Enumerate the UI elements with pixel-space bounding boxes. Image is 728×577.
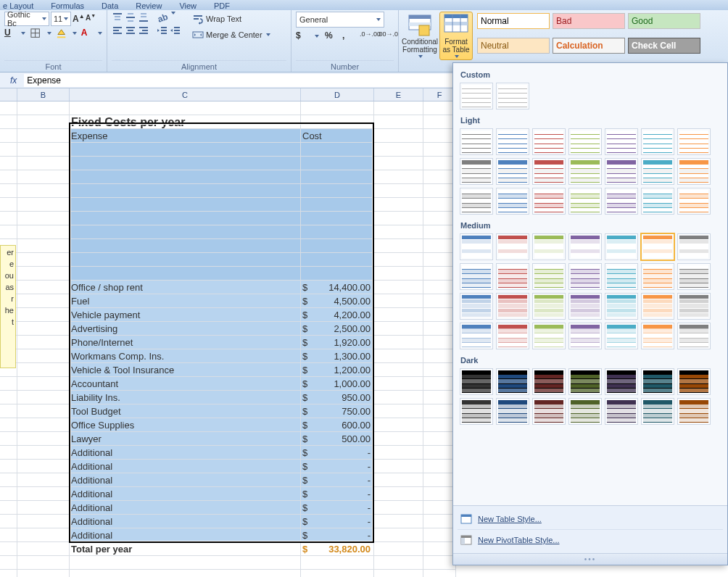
cell-style-normal[interactable]: Normal xyxy=(477,13,550,29)
expense-cell[interactable]: Fuel xyxy=(70,294,301,308)
table-style-swatch[interactable] xyxy=(497,264,529,289)
table-style-swatch[interactable] xyxy=(460,83,492,109)
expense-cell[interactable]: Vehicle payment xyxy=(70,308,301,322)
table-style-swatch[interactable] xyxy=(533,264,565,289)
decrease-indent-icon[interactable] xyxy=(157,25,168,36)
table-style-swatch[interactable] xyxy=(497,188,529,214)
cell-style-bad[interactable]: Bad xyxy=(553,13,625,29)
table-cell[interactable] xyxy=(301,184,374,198)
decrease-decimal-icon[interactable]: .00→.0 xyxy=(377,30,389,42)
table-style-swatch[interactable] xyxy=(533,129,565,154)
cost-cell[interactable]: $1,000.00 xyxy=(301,377,374,391)
table-style-swatch[interactable] xyxy=(678,294,710,319)
table-cell[interactable] xyxy=(301,170,374,184)
table-style-swatch[interactable] xyxy=(497,234,529,260)
align-right-icon[interactable] xyxy=(138,25,149,36)
table-style-swatch[interactable] xyxy=(533,159,565,184)
expense-cell[interactable]: Additional xyxy=(70,473,301,487)
table-cell[interactable] xyxy=(70,170,301,184)
table-style-swatch[interactable] xyxy=(533,399,565,424)
expense-cell[interactable]: Liability Ins. xyxy=(70,391,301,404)
underline-icon[interactable]: U xyxy=(4,28,15,39)
tab-layout[interactable]: e Layout xyxy=(3,1,33,10)
table-style-swatch[interactable] xyxy=(569,369,601,394)
cost-cell[interactable]: $1,200.00 xyxy=(301,363,374,377)
number-format-combo[interactable]: General xyxy=(296,12,384,28)
cost-cell[interactable]: $1,300.00 xyxy=(301,349,374,363)
table-cell[interactable] xyxy=(70,198,301,212)
table-style-swatch[interactable] xyxy=(605,399,637,424)
table-cell[interactable] xyxy=(301,225,374,239)
table-cell[interactable] xyxy=(301,143,374,157)
tab-pdf[interactable]: PDF xyxy=(214,1,230,10)
expense-cell[interactable]: Accountant xyxy=(70,377,301,391)
shrink-font-icon[interactable]: A▼ xyxy=(86,13,97,25)
expense-cell[interactable]: Additional xyxy=(70,460,301,473)
cost-cell[interactable]: $4,200.00 xyxy=(301,308,374,322)
table-style-swatch[interactable] xyxy=(605,264,637,289)
format-as-table-button[interactable]: Format as Table xyxy=(439,12,473,60)
borders-icon[interactable] xyxy=(30,28,41,39)
expense-cell[interactable]: Additional xyxy=(70,528,301,542)
increase-indent-icon[interactable] xyxy=(170,25,181,36)
new-pivottable-style-button[interactable]: New PivotTable Style... xyxy=(458,530,723,550)
col-header-c[interactable]: C xyxy=(70,88,301,101)
tab-view[interactable]: View xyxy=(179,1,197,10)
merge-center-button[interactable]: Merge & Center xyxy=(189,28,274,42)
header-expense[interactable]: Expense xyxy=(70,129,301,143)
expense-cell[interactable]: Phone/Internet xyxy=(70,336,301,349)
table-style-swatch[interactable] xyxy=(460,264,492,289)
resize-grip[interactable]: ••• xyxy=(453,553,727,565)
table-cell[interactable] xyxy=(70,184,301,198)
conditional-formatting-button[interactable]: Conditional Formatting xyxy=(403,12,437,60)
table-cell[interactable] xyxy=(301,253,374,267)
tab-review[interactable]: Review xyxy=(136,1,162,10)
expense-cell[interactable]: Additional xyxy=(70,487,301,501)
table-style-swatch[interactable] xyxy=(642,234,674,260)
table-style-swatch[interactable] xyxy=(605,323,637,349)
table-cell[interactable] xyxy=(70,239,301,253)
expense-cell[interactable]: Lawyer xyxy=(70,432,301,446)
table-style-swatch[interactable] xyxy=(460,159,492,184)
table-cell[interactable] xyxy=(301,267,374,281)
table-cell[interactable] xyxy=(301,198,374,212)
table-style-swatch[interactable] xyxy=(497,159,529,184)
tab-formulas[interactable]: Formulas xyxy=(51,1,84,10)
cost-cell[interactable]: $4,500.00 xyxy=(301,294,374,308)
title-cell[interactable]: Fixed Costs per year xyxy=(70,115,301,129)
cost-cell[interactable]: $600.00 xyxy=(301,418,374,432)
table-style-swatch[interactable] xyxy=(642,369,674,394)
table-style-swatch[interactable] xyxy=(642,129,674,154)
table-style-swatch[interactable] xyxy=(605,159,637,184)
cell-style-good[interactable]: Good xyxy=(628,13,700,29)
expense-cell[interactable]: Tool Budget xyxy=(70,404,301,418)
cost-cell[interactable]: $14,400.00 xyxy=(301,281,374,294)
wrap-text-button[interactable]: Wrap Text xyxy=(189,12,274,26)
table-style-swatch[interactable] xyxy=(533,369,565,394)
table-style-swatch[interactable] xyxy=(569,399,601,424)
table-style-swatch[interactable] xyxy=(497,83,529,109)
expense-cell[interactable]: Office Supplies xyxy=(70,418,301,432)
table-style-swatch[interactable] xyxy=(605,294,637,319)
table-style-swatch[interactable] xyxy=(497,294,529,319)
col-header-b[interactable]: B xyxy=(17,88,70,101)
font-size-combo[interactable]: 11 xyxy=(51,12,71,26)
table-style-swatch[interactable] xyxy=(460,369,492,394)
increase-decimal-icon[interactable]: .0→.00 xyxy=(360,30,371,42)
cost-cell[interactable]: $750.00 xyxy=(301,404,374,418)
table-cell[interactable] xyxy=(70,143,301,157)
align-bottom-icon[interactable] xyxy=(138,12,149,23)
table-style-swatch[interactable] xyxy=(533,234,565,260)
table-style-swatch[interactable] xyxy=(642,399,674,424)
table-cell[interactable] xyxy=(301,157,374,170)
expense-cell[interactable]: Additional xyxy=(70,446,301,460)
col-header-f[interactable]: F xyxy=(423,88,456,101)
table-style-swatch[interactable] xyxy=(605,188,637,214)
table-cell[interactable] xyxy=(301,212,374,225)
table-style-swatch[interactable] xyxy=(497,323,529,349)
fx-icon[interactable]: fx xyxy=(0,75,24,86)
cost-cell[interactable]: $- xyxy=(301,446,374,460)
expense-cell[interactable]: Workmans Comp. Ins. xyxy=(70,349,301,363)
table-style-swatch[interactable] xyxy=(678,234,710,260)
table-style-swatch[interactable] xyxy=(497,369,529,394)
